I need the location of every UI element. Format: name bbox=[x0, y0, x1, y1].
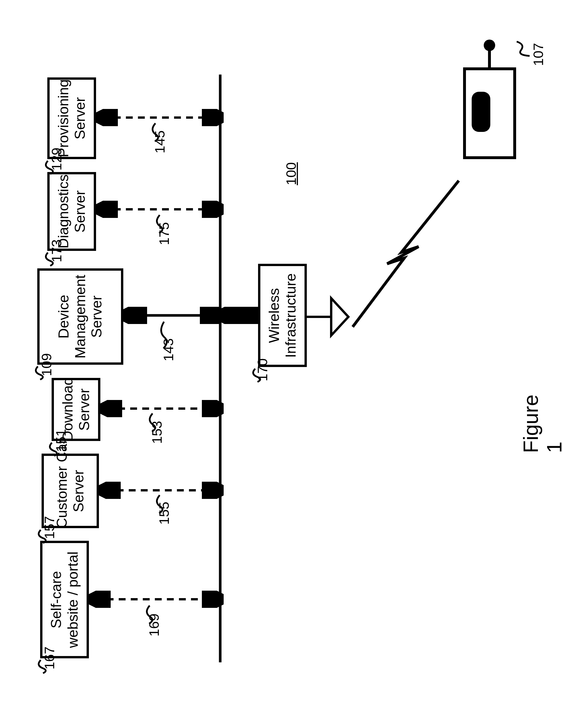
selfcare-box: Self-care website / portal bbox=[40, 541, 89, 658]
wireless-ref-tick bbox=[249, 368, 266, 382]
selfcare-ref-tick bbox=[34, 659, 52, 674]
download-ref-tick bbox=[46, 442, 63, 456]
prov-box: Provisioning Server bbox=[47, 77, 96, 159]
svg-point-12 bbox=[484, 40, 495, 51]
diag-label: Diagnostics Server bbox=[55, 174, 88, 248]
wireless-box: Wireless Infrastructure bbox=[258, 264, 307, 367]
diag-ref-tick bbox=[42, 252, 59, 266]
devmgmt-link bbox=[123, 307, 224, 324]
devmgmt-ref-tick bbox=[32, 366, 49, 380]
custcare-ref-tick bbox=[34, 529, 52, 544]
selfcare-label: Self-care website / portal bbox=[48, 551, 81, 648]
device-ref-tick bbox=[514, 40, 534, 57]
antenna-icon bbox=[304, 292, 350, 341]
wireless-label: Wireless Infrastructure bbox=[266, 273, 299, 358]
diag-link-tick bbox=[151, 214, 168, 235]
devmgmt-label: Device Management Server bbox=[56, 275, 105, 358]
diag-box: Diagnostics Server bbox=[47, 172, 96, 251]
prov-link-tick bbox=[147, 123, 164, 143]
prov-ref-tick bbox=[42, 160, 59, 175]
prov-label: Provisioning Server bbox=[55, 79, 88, 157]
figure-caption: Figure 1 bbox=[519, 395, 562, 453]
devmgmt-box: Device Management Server bbox=[37, 268, 123, 365]
download-link-tick bbox=[144, 413, 161, 433]
diagram-canvas: 100 Figure 1 Self-care website / portal … bbox=[0, 0, 562, 728]
bus-line bbox=[218, 75, 223, 662]
custcare-link-tick bbox=[151, 495, 168, 515]
system-ref-label: 100 bbox=[283, 162, 299, 185]
wireless-signal-icon bbox=[344, 172, 465, 333]
download-link bbox=[100, 400, 224, 417]
svg-rect-10 bbox=[472, 92, 490, 132]
custcare-label: Customer Care Server bbox=[54, 454, 87, 528]
devmgmt-link-tick bbox=[155, 321, 173, 350]
selfcare-link-tick bbox=[141, 605, 158, 625]
bus-to-wireless-link bbox=[220, 307, 263, 324]
